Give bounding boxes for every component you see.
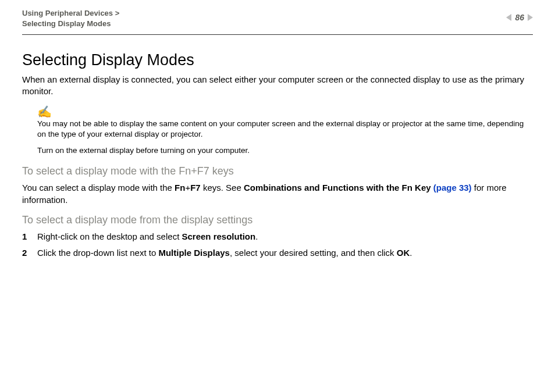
note-text-2: Turn on the external display before turn… bbox=[37, 145, 533, 156]
document-page: Using Peripheral Devices > Selecting Dis… bbox=[0, 0, 555, 259]
note-text-1: You may not be able to display the same … bbox=[37, 119, 533, 140]
note-icon: ✍ bbox=[37, 106, 533, 117]
page-header: Using Peripheral Devices > Selecting Dis… bbox=[22, 6, 533, 35]
steps-list: 1 Right-click on the desktop and select … bbox=[22, 231, 533, 259]
subheading-fn-keys: To select a display mode with the Fn+F7 … bbox=[22, 165, 533, 177]
multiple-displays-bold: Multiple Displays bbox=[158, 248, 230, 258]
list-item: 1 Right-click on the desktop and select … bbox=[22, 231, 533, 243]
prev-page-icon[interactable] bbox=[506, 14, 511, 21]
breadcrumb-line1: Using Peripheral Devices > bbox=[22, 8, 119, 19]
breadcrumb-line2: Selecting Display Modes bbox=[22, 19, 119, 29]
note-block: ✍ You may not be able to display the sam… bbox=[37, 106, 533, 156]
step-number: 1 bbox=[22, 231, 37, 243]
subheading-display-settings: To select a display mode from the displa… bbox=[22, 214, 533, 226]
combinations-bold: Combinations and Functions with the Fn K… bbox=[244, 183, 431, 193]
f7-key: F7 bbox=[190, 183, 201, 193]
screen-resolution-bold: Screen resolution bbox=[182, 231, 255, 241]
fn-key: Fn bbox=[175, 183, 185, 193]
page-number: 86 bbox=[515, 13, 524, 22]
step-text: Click the drop-down list next to Multipl… bbox=[37, 247, 412, 259]
page-33-link[interactable]: (page 33) bbox=[433, 183, 472, 193]
ok-bold: OK bbox=[397, 248, 410, 258]
intro-paragraph: When an external display is connected, y… bbox=[22, 74, 533, 98]
list-item: 2 Click the drop-down list next to Multi… bbox=[22, 247, 533, 259]
step-text: Right-click on the desktop and select Sc… bbox=[37, 231, 258, 243]
next-page-icon[interactable] bbox=[528, 14, 533, 21]
fn-keys-paragraph: You can select a display mode with the F… bbox=[22, 182, 533, 206]
step-number: 2 bbox=[22, 247, 37, 259]
page-title: Selecting Display Modes bbox=[22, 51, 533, 69]
breadcrumb: Using Peripheral Devices > Selecting Dis… bbox=[22, 8, 119, 28]
page-navigation: 86 bbox=[506, 8, 533, 22]
